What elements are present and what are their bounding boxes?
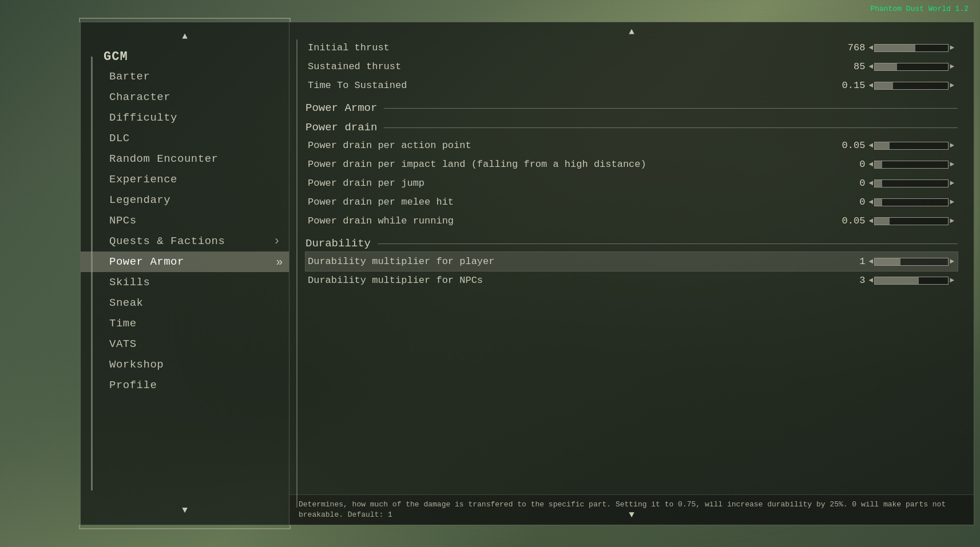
slider-arrow-left[interactable]: ◄ [868,62,873,71]
slider-fill [875,63,896,70]
slider-arrow-right[interactable]: ► [950,198,954,206]
settings-row-drain-per-melee[interactable]: Power drain per melee hit 0 ◄ ► [305,193,958,211]
value-control-drain-per-action: 0.05 ◄ ► [842,140,955,151]
slider-arrow-left[interactable]: ◄ [868,81,873,90]
slider-fill [875,180,882,187]
right-scroll-down-arrow[interactable]: ▼ [629,510,634,520]
slider-arrow-right[interactable]: ► [950,276,954,285]
right-scroll-up-arrow[interactable]: ▲ [629,27,634,37]
nav-item-profile[interactable]: Profile [81,375,289,396]
section-header-durability-section: Durability [305,237,958,250]
slider-track[interactable] [874,161,949,169]
slider-track[interactable] [874,277,949,285]
value-control-drain-per-melee: 0 ◄ ► [842,197,955,207]
settings-row-durability-npcs[interactable]: Durability multiplier for NPCs 3 ◄ ► [305,271,958,290]
section-title-durability-section: Durability [305,237,371,250]
slider-arrow-right[interactable]: ► [950,62,954,71]
panel-border-top [79,18,291,22]
scroll-up-arrow[interactable] [81,28,289,45]
nav-item-skills[interactable]: Skills [81,272,289,293]
slider-track[interactable] [874,217,949,225]
slider-fill [875,142,890,149]
slider-arrow-right[interactable]: ► [950,257,954,266]
slider-container[interactable]: ◄ ► [867,257,955,266]
slider-track[interactable] [874,179,949,187]
nav-item-npcs[interactable]: NPCs [81,210,289,231]
slider-arrow-right[interactable]: ► [950,160,954,169]
slider-arrow-left[interactable]: ◄ [868,160,873,169]
main-container: GCM BarterCharacterDifficultyDLCRandom E… [80,22,974,525]
nav-item-sneak[interactable]: Sneak [81,293,289,313]
setting-label-durability-npcs: Durability multiplier for NPCs [308,275,842,286]
slider-track[interactable] [874,82,949,90]
slider-arrow-right[interactable]: ► [950,141,954,150]
slider-arrow-right[interactable]: ► [950,217,954,225]
slider-arrow-left[interactable]: ◄ [868,276,873,285]
slider-arrow-right[interactable]: ► [950,43,954,52]
value-num-initial-thrust: 768 [842,42,865,53]
nav-item-power-armor[interactable]: Power Armor [81,251,289,272]
nav-item-barter[interactable]: Barter [81,66,289,87]
slider-container[interactable]: ◄ ► [867,179,955,187]
settings-row-sustained-thrust[interactable]: Sustained thrust 85 ◄ ► [305,57,958,76]
settings-row-drain-per-action[interactable]: Power drain per action point 0.05 ◄ ► [305,136,958,155]
setting-label-drain-per-action: Power drain per action point [308,140,842,151]
slider-container[interactable]: ◄ ► [867,198,955,206]
slider-container[interactable]: ◄ ► [867,141,955,150]
slider-track[interactable] [874,63,949,71]
slider-container[interactable]: ◄ ► [867,217,955,225]
setting-label-durability-player: Durability multiplier for player [308,256,842,267]
section-line [378,243,958,244]
value-num-durability-npcs: 3 [842,275,865,286]
scroll-down-arrow[interactable] [81,502,289,519]
settings-row-initial-thrust[interactable]: Initial thrust 768 ◄ ► [305,38,958,57]
settings-row-drain-per-impact[interactable]: Power drain per impact land (falling fro… [305,155,958,174]
slider-container[interactable]: ◄ ► [867,43,955,52]
slider-arrow-right[interactable]: ► [950,81,954,90]
slider-track[interactable] [874,142,949,150]
nav-item-experience[interactable]: Experience [81,169,289,190]
settings-row-durability-player[interactable]: Durability multiplier for player 1 ◄ ► [305,252,958,271]
slider-container[interactable]: ◄ ► [867,276,955,285]
slider-arrow-left[interactable]: ◄ [868,43,873,52]
slider-arrow-left[interactable]: ◄ [868,198,873,206]
slider-track[interactable] [874,258,949,266]
right-vertical-separator [296,39,297,508]
settings-row-time-to-sustained[interactable]: Time To Sustained 0.15 ◄ ► [305,76,958,95]
slider-fill [875,199,882,206]
value-control-sustained-thrust: 85 ◄ ► [842,61,955,72]
nav-item-dlc[interactable]: DLC [81,128,289,149]
value-num-drain-per-action: 0.05 [842,140,866,151]
slider-track[interactable] [874,44,949,52]
value-num-drain-per-melee: 0 [842,197,865,207]
slider-track[interactable] [874,198,949,206]
slider-container[interactable]: ◄ ► [867,160,955,169]
nav-list: BarterCharacterDifficultyDLCRandom Encou… [81,66,289,502]
section-title-power-drain-section: Power drain [305,121,377,134]
settings-row-drain-while-running[interactable]: Power drain while running 0.05 ◄ ► [305,211,958,230]
nav-item-legendary[interactable]: Legendary [81,190,289,210]
slider-arrow-right[interactable]: ► [950,179,954,187]
slider-arrow-left[interactable]: ◄ [868,141,873,150]
nav-item-random-encounter[interactable]: Random Encounter [81,149,289,169]
right-content: Initial thrust 768 ◄ ► Sustained thrust … [289,22,974,494]
setting-label-time-to-sustained: Time To Sustained [308,80,842,91]
slider-fill [875,258,900,265]
slider-container[interactable]: ◄ ► [867,62,955,71]
nav-item-difficulty[interactable]: Difficulty [81,107,289,128]
slider-arrow-left[interactable]: ◄ [868,217,873,225]
setting-label-drain-while-running: Power drain while running [308,215,842,226]
nav-item-vats[interactable]: VATS [81,334,289,354]
slider-container[interactable]: ◄ ► [867,81,955,90]
slider-arrow-left[interactable]: ◄ [868,179,873,187]
nav-item-workshop[interactable]: Workshop [81,354,289,375]
slider-arrow-left[interactable]: ◄ [868,257,873,266]
slider-fill [875,161,882,168]
value-num-drain-per-impact: 0 [842,159,865,170]
value-control-time-to-sustained: 0.15 ◄ ► [842,80,955,91]
nav-item-time[interactable]: Time [81,313,289,334]
nav-item-quests-factions[interactable]: Quests & Factions [81,231,289,251]
nav-item-character[interactable]: Character [81,87,289,107]
slider-fill [875,82,893,89]
settings-row-drain-per-jump[interactable]: Power drain per jump 0 ◄ ► [305,174,958,193]
